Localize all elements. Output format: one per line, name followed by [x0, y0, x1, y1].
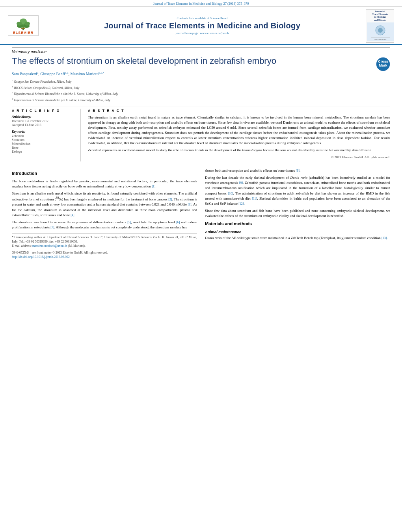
abstract-paragraph-2: Zebrafish represents an excellent animal…: [88, 148, 390, 153]
keywords-section: Keywords: Zebrafish Strontium Mineraliza…: [12, 130, 76, 154]
issn-line: 0946-672X/$ – see front matter © 2013 El…: [12, 250, 197, 255]
footnote-corresponding: * Corresponding author at: Department of…: [12, 235, 197, 244]
ref-3: [3]: [188, 203, 191, 206]
journal-citation-bar: Journal of Trace Elements in Medicine an…: [0, 0, 402, 6]
info-abstract-row: A R T I C L E I N F O Article history: R…: [12, 109, 390, 162]
keyword-2: Strontium: [12, 138, 76, 142]
abstract-text: The strontium is an alkaline earth metal…: [88, 115, 390, 160]
right-para-3: Since few data about strontium and fish …: [205, 208, 390, 219]
author-giuseppe: Giuseppe Banfi: [40, 72, 65, 76]
ref-9: [9]: [239, 181, 243, 185]
journal-thumbnail: Journal ofTrace Elementsin Medicineand B…: [366, 9, 394, 43]
keywords-label: Keywords:: [12, 130, 76, 133]
elsevier-wordmark: ELSEVIER: [13, 31, 34, 35]
svg-point-11: [378, 28, 383, 33]
abstract-section: A B S T R A C T The strontium is an alka…: [88, 109, 390, 162]
ref-4: [4]: [71, 213, 74, 217]
body-left-column: Introduction The bone metabolism is fine…: [12, 168, 197, 259]
affiliation-b: b IRCCS Istituto Ortopedico R, Galeazzi,…: [12, 85, 390, 91]
journal-cover-image: Trace Elements: [367, 22, 394, 41]
contents-available: Contents lists available at ScienceDirec…: [39, 17, 366, 20]
affiliations: a Gruppo San Donato Foundation, Milan, I…: [12, 78, 390, 103]
affiliation-c: c Dipartimento di Scienze Biomediche e c…: [12, 91, 390, 96]
elsevier-logo: ELSEVIER: [8, 15, 39, 36]
footnote-area: * Corresponding author at: Department of…: [12, 233, 197, 260]
keyword-3: Mineralization: [12, 142, 76, 146]
section-category: Veterinary medicine: [12, 47, 390, 54]
homepage-url[interactable]: www.elsevier.de/jtemb: [200, 32, 229, 35]
ref-1: [1]: [152, 185, 155, 188]
journal-name: Journal of Trace Elements in Medicine an…: [39, 21, 366, 30]
copyright-notice: © 2013 Elsevier GmbH. All rights reserve…: [88, 155, 390, 159]
article-info-heading: A R T I C L E I N F O: [12, 109, 76, 113]
svg-text:Trace Elements: Trace Elements: [374, 39, 386, 41]
main-content: Veterinary medicine The effects of stron…: [0, 45, 402, 263]
svg-point-5: [17, 22, 22, 26]
right-para-1: shown both anti-resorption and anabolic …: [205, 168, 390, 173]
body-right-column: shown both anti-resorption and anabolic …: [205, 168, 390, 259]
article-title: The effects of strontium on skeletal dev…: [12, 56, 374, 67]
doi-line: http://dx.doi.org/10.1016/j.jtemb.2013.0…: [12, 255, 197, 259]
accepted-date: Accepted 13 June 2013: [12, 123, 76, 127]
svg-text:Mark: Mark: [379, 63, 387, 67]
intro-para-1: The bone metabolism is finely regulated …: [12, 179, 197, 189]
right-para-2: During the last decade the early skeleta…: [205, 175, 390, 206]
abstract-heading: A B S T R A C T: [88, 109, 390, 113]
svg-rect-8: [21, 28, 25, 29]
author-sara: Sara Pasqualetti: [12, 72, 37, 76]
journal-header: ELSEVIER Contents lists available at Sci…: [0, 6, 402, 45]
ref-7: [7]: [50, 226, 54, 229]
introduction-heading: Introduction: [12, 171, 197, 177]
history-label: Article history:: [12, 115, 76, 119]
materials-methods-heading: Materials and methods: [205, 221, 390, 227]
svg-text:Cross: Cross: [378, 59, 388, 63]
ref-6: [6]: [176, 221, 180, 224]
page: Journal of Trace Elements in Medicine an…: [0, 0, 402, 532]
authors-line: Sara Pasqualettia, Giuseppe Banfib,d, Ma…: [12, 71, 390, 76]
footnote-email: E-mail address: massimo.mariotti@unimi.i…: [12, 244, 197, 248]
email-link[interactable]: massimo.mariotti@unimi.it: [32, 244, 67, 248]
title-row: The effects of strontium on skeletal dev…: [12, 56, 390, 71]
keyword-4: Bone: [12, 146, 76, 150]
crossmark-area: Cross Mark: [374, 56, 390, 71]
intro-para-2: Strontium is an alkaline earth metal whi…: [12, 191, 197, 217]
svg-point-6: [24, 22, 30, 26]
received-date: Received 13 December 2012: [12, 119, 76, 123]
animal-text: Danio rerio of the AB wild type strain w…: [205, 235, 390, 241]
elsevier-tree-icon: [11, 17, 35, 31]
keyword-5: Embryo: [12, 150, 76, 154]
abstract-paragraph-1: The strontium is an alkaline earth metal…: [88, 115, 390, 146]
ref-13: [13]: [382, 236, 387, 240]
ref-2: [2]: [168, 198, 172, 201]
journal-homepage: journal homepage: www.elsevier.de/jtemb: [39, 32, 366, 35]
journal-citation-text: Journal of Trace Elements in Medicine an…: [153, 2, 249, 6]
doi-link[interactable]: http://dx.doi.org/10.1016/j.jtemb.2013.0…: [12, 255, 70, 259]
sciencedirect-link[interactable]: ScienceDirect: [210, 17, 228, 20]
body-columns: Introduction The bone metabolism is fine…: [12, 168, 390, 259]
journal-title-block: Contents lists available at ScienceDirec…: [39, 17, 366, 35]
affiliation-a: a Gruppo San Donato Foundation, Milan, I…: [12, 78, 390, 84]
ref-5: [5]: [127, 221, 131, 224]
ref-11: [11]: [252, 197, 257, 200]
body-divider: [12, 164, 390, 164]
article-history: Article history: Received 13 December 20…: [12, 115, 76, 127]
animal-maintenance-heading: Animal maintenance: [205, 229, 390, 235]
author-massimo: Massimo Mariotti: [71, 72, 99, 76]
article-info: A R T I C L E I N F O Article history: R…: [12, 109, 81, 162]
affiliation-d: d Dipartimento di Scienze Biomediche per…: [12, 97, 390, 103]
ref-8: [8]: [296, 169, 300, 172]
intro-para-3: The strontium was found to increase the …: [12, 220, 197, 230]
ref-10: [10]: [228, 192, 233, 195]
ref-12: [12]: [238, 202, 244, 206]
divider: [12, 106, 390, 106]
keyword-1: Zebrafish: [12, 134, 76, 138]
crossmark-icon[interactable]: Cross Mark: [376, 57, 390, 71]
